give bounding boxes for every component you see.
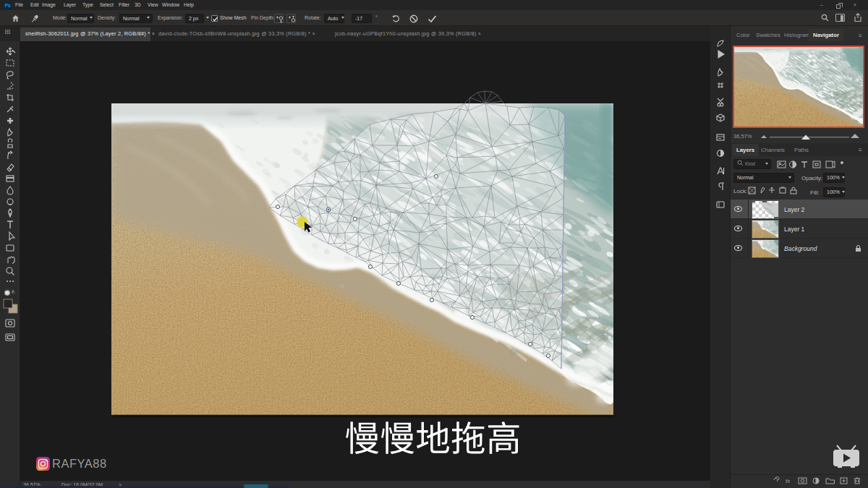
- svg-text:fx: fx: [786, 478, 791, 484]
